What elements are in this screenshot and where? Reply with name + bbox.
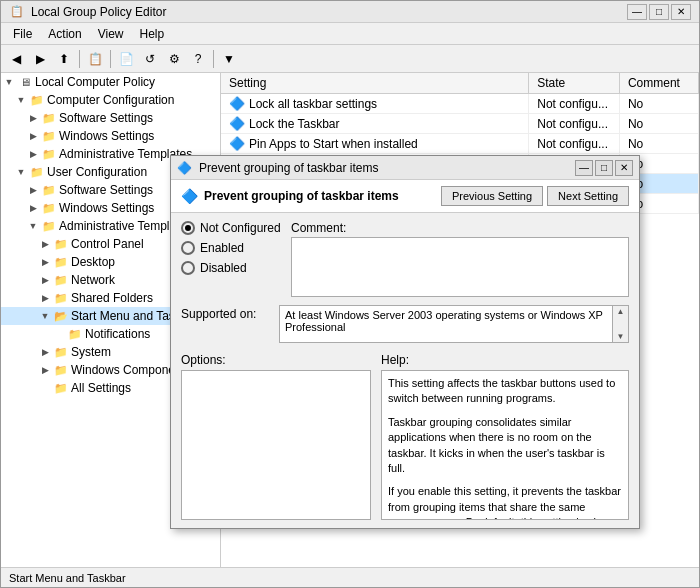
filter-button[interactable]: ▼	[218, 48, 240, 70]
toggle-user-configuration[interactable]: ▼	[15, 166, 27, 178]
supported-on-row: Supported on: At least Windows Server 20…	[181, 305, 629, 343]
toggle-start-menu-taskbar[interactable]: ▼	[39, 310, 51, 322]
comment-label: Comment:	[291, 221, 629, 235]
up-button[interactable]: ⬆	[53, 48, 75, 70]
policy-icon: 🔷	[229, 96, 245, 111]
next-setting-button[interactable]: Next Setting	[547, 186, 629, 206]
toggle-windows-settings-uc[interactable]: ▶	[27, 202, 39, 214]
tree-label-desktop: Desktop	[71, 255, 115, 269]
toggle-computer-configuration[interactable]: ▼	[15, 94, 27, 106]
toggle-windows-components[interactable]: ▶	[39, 364, 51, 376]
radio-disabled-label: Disabled	[200, 261, 247, 275]
refresh-button[interactable]: ↺	[139, 48, 161, 70]
dialog-top-row: Not Configured Enabled Disabled	[181, 221, 629, 297]
radio-disabled-input[interactable]	[181, 261, 195, 275]
comment-textarea[interactable]	[291, 237, 629, 297]
folder-icon-14: 📁	[53, 344, 69, 360]
dialog-close-button[interactable]: ✕	[615, 160, 633, 176]
show-hide-tree-button[interactable]: 📋	[84, 48, 106, 70]
folder-icon-6: 📁	[41, 182, 57, 198]
dialog-minimize-button[interactable]: —	[575, 160, 593, 176]
menu-bar: File Action View Help	[1, 23, 699, 45]
radio-enabled[interactable]: Enabled	[181, 241, 281, 255]
options-section: Options:	[181, 353, 371, 520]
toggle-admin-templates-cc[interactable]: ▶	[27, 148, 39, 160]
dialog-policy-name: 🔷 Prevent grouping of taskbar items	[181, 188, 399, 204]
toolbar-separator-1	[79, 50, 80, 68]
setting-cell: 🔷Pin Apps to Start when installed	[221, 134, 529, 154]
maximize-button[interactable]: □	[649, 4, 669, 20]
help-section: Help: This setting affects the taskbar b…	[381, 353, 629, 520]
radio-not-configured[interactable]: Not Configured	[181, 221, 281, 235]
help-label: Help:	[381, 353, 629, 367]
toggle-admin-templates-uc[interactable]: ▼	[27, 220, 39, 232]
col-setting[interactable]: Setting	[221, 73, 529, 94]
new-window-button[interactable]: 📄	[115, 48, 137, 70]
forward-button[interactable]: ▶	[29, 48, 51, 70]
folder-icon-5: 📁	[29, 164, 45, 180]
radio-not-configured-input[interactable]	[181, 221, 195, 235]
dialog-body: Not Configured Enabled Disabled	[171, 213, 639, 528]
toggle-desktop[interactable]: ▶	[39, 256, 51, 268]
tree-label-software-settings-uc: Software Settings	[59, 183, 153, 197]
menu-action[interactable]: Action	[40, 25, 89, 43]
policy-icon: 🔷	[181, 188, 198, 204]
folder-icon: 📁	[29, 92, 45, 108]
properties-button[interactable]: ⚙	[163, 48, 185, 70]
tree-label-local-computer-policy: Local Computer Policy	[35, 75, 155, 89]
menu-file[interactable]: File	[5, 25, 40, 43]
close-button[interactable]: ✕	[671, 4, 691, 20]
table-row[interactable]: 🔷Lock all taskbar settings Not configu..…	[221, 94, 699, 114]
scroll-up-arrow[interactable]: ▲	[616, 306, 626, 317]
folder-icon-15: 📁	[53, 362, 69, 378]
dialog-title-controls: — □ ✕	[575, 160, 633, 176]
radio-enabled-input[interactable]	[181, 241, 195, 255]
menu-view[interactable]: View	[90, 25, 132, 43]
tree-item-local-computer-policy[interactable]: ▼ 🖥 Local Computer Policy	[1, 73, 220, 91]
comment-cell: No	[619, 94, 698, 114]
tree-label-computer-configuration: Computer Configuration	[47, 93, 174, 107]
col-state[interactable]: State	[529, 73, 620, 94]
title-bar: 📋 Local Group Policy Editor — □ ✕	[1, 1, 699, 23]
toggle-windows-settings-cc[interactable]: ▶	[27, 130, 39, 142]
tree-label-system: System	[71, 345, 111, 359]
tree-label-user-configuration: User Configuration	[47, 165, 147, 179]
dialog-maximize-button[interactable]: □	[595, 160, 613, 176]
tree-item-computer-configuration[interactable]: ▼ 📁 Computer Configuration	[1, 91, 220, 109]
toggle-system[interactable]: ▶	[39, 346, 51, 358]
radio-disabled[interactable]: Disabled	[181, 261, 281, 275]
table-row[interactable]: 🔷Lock the Taskbar Not configu... No	[221, 114, 699, 134]
state-cell: Not configu...	[529, 134, 620, 154]
toolbar-separator-3	[213, 50, 214, 68]
minimize-button[interactable]: —	[627, 4, 647, 20]
toggle-network[interactable]: ▶	[39, 274, 51, 286]
setting-cell: 🔷Lock the Taskbar	[221, 114, 529, 134]
tree-label-control-panel: Control Panel	[71, 237, 144, 251]
policy-name-label: Prevent grouping of taskbar items	[204, 189, 399, 203]
toggle-software-settings-cc[interactable]: ▶	[27, 112, 39, 124]
folder-icon-9: 📁	[53, 236, 69, 252]
supported-on-box: At least Windows Server 2003 operating s…	[279, 305, 629, 343]
supported-scrollbar[interactable]: ▲ ▼	[612, 306, 628, 342]
dialog-title-text: Prevent grouping of taskbar items	[199, 161, 575, 175]
folder-icon-13: 📁	[67, 326, 83, 342]
tree-item-software-settings-cc[interactable]: ▶ 📁 Software Settings	[1, 109, 220, 127]
toggle-control-panel[interactable]: ▶	[39, 238, 51, 250]
help-icon-button[interactable]: ?	[187, 48, 209, 70]
folder-icon-2: 📁	[41, 110, 57, 126]
policy-icon: 🔷	[229, 136, 245, 151]
supported-on-value: At least Windows Server 2003 operating s…	[285, 309, 623, 333]
menu-help[interactable]: Help	[132, 25, 173, 43]
col-comment[interactable]: Comment	[619, 73, 698, 94]
options-box	[181, 370, 371, 520]
table-row[interactable]: 🔷Pin Apps to Start when installed Not co…	[221, 134, 699, 154]
radio-group: Not Configured Enabled Disabled	[181, 221, 281, 297]
back-button[interactable]: ◀	[5, 48, 27, 70]
toggle-software-settings-uc[interactable]: ▶	[27, 184, 39, 196]
toggle-local-computer-policy[interactable]: ▼	[3, 76, 15, 88]
folder-open-icon: 📂	[53, 308, 69, 324]
scroll-down-arrow[interactable]: ▼	[616, 331, 626, 342]
toggle-shared-folders[interactable]: ▶	[39, 292, 51, 304]
previous-setting-button[interactable]: Previous Setting	[441, 186, 543, 206]
tree-item-windows-settings-cc[interactable]: ▶ 📁 Windows Settings	[1, 127, 220, 145]
